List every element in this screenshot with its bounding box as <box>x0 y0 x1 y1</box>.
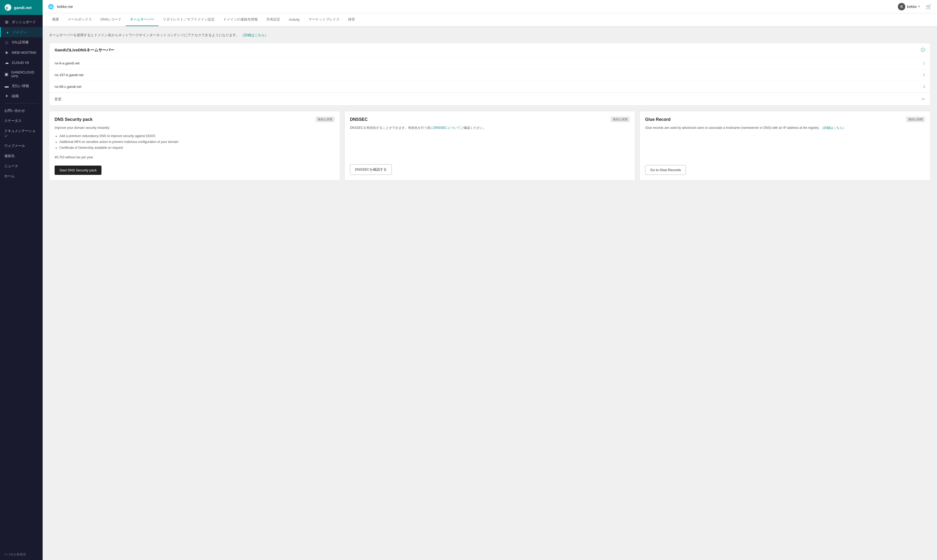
logo-text: gandi.net <box>14 5 32 10</box>
sidebar-item-status[interactable]: ステータス <box>0 116 43 126</box>
sidebar-item-dashboard[interactable]: ⊞ ダッシュボード <box>0 17 43 27</box>
dnssec-card: DNSSEC 無効な状態 DNSSECを有効化することができます。有効化を行う前… <box>344 111 635 180</box>
livedns-title: GandiのLiveDNSネームサーバー <box>55 48 114 53</box>
tab-mailbox[interactable]: メールボックス <box>63 13 96 26</box>
sidebar-item-web-hosting[interactable]: ◈ WEB HOSTING <box>0 48 43 57</box>
tab-marketplace[interactable]: マーケットプレイス <box>304 13 344 26</box>
sidebar-collapse-button[interactable]: < パネル非表示 <box>0 549 43 560</box>
tab-shared[interactable]: 共有設定 <box>262 13 284 26</box>
start-dns-security-button[interactable]: Start DNS Security pack <box>55 166 102 175</box>
org-icon: ✦ <box>4 94 9 98</box>
tab-activity[interactable]: Activity <box>284 14 304 26</box>
ssl-icon: □ <box>4 40 9 45</box>
tab-overview[interactable]: 概要 <box>48 13 63 26</box>
dns-security-card: DNS Security pack 無効な状態 Improve your dom… <box>49 111 340 180</box>
dns-security-price: ¥6,703 without tax per year <box>55 155 334 159</box>
nameserver-row-1: ns-8-a.gandi.net 1 <box>49 57 930 69</box>
livedns-card-footer: 変更 ✏ <box>49 92 930 105</box>
header-domain: kekke.me <box>57 5 73 9</box>
chevron-down-icon: ▾ <box>919 5 920 8</box>
domain-icon: ● <box>5 30 10 35</box>
sidebar-item-news[interactable]: ニュース <box>0 161 43 171</box>
edit-icon[interactable]: ✏ <box>922 97 925 102</box>
sidebar-item-payment[interactable]: ▬ 支払い情報 <box>0 81 43 91</box>
sidebar-item-contacts[interactable]: 連絡先 <box>0 151 43 161</box>
sidebar-item-ssl[interactable]: □ SSL証明書 <box>0 37 43 48</box>
dnssec-badge: 無効な状態 <box>611 117 630 122</box>
dns-security-badge: 無効な状態 <box>316 117 334 122</box>
dns-security-features: Add a premium redundancy DNS to improve … <box>55 134 334 151</box>
ns-name-1: ns-8-a.gandi.net <box>55 61 80 65</box>
sidebar-item-contact[interactable]: お問い合わせ <box>0 106 43 116</box>
dnssec-description: DNSSECを有効化することができます。有効化を行う前にDNSSEC についてご… <box>350 125 630 131</box>
go-to-glue-records-button[interactable]: Go to Glue Records <box>645 165 686 175</box>
globe-icon: 🌐 <box>48 4 54 9</box>
dns-security-title: DNS Security pack <box>55 117 92 122</box>
sidebar-label-contact: お問い合わせ <box>4 108 25 113</box>
dnssec-title: DNSSEC <box>350 117 368 122</box>
sidebar-nav: ⊞ ダッシュボード ● ドメイン □ SSL証明書 ◈ WEB HOSTING … <box>0 15 43 549</box>
dashboard-icon: ⊞ <box>4 20 9 25</box>
dnssec-header: DNSSEC 無効な状態 <box>350 117 630 122</box>
nameserver-row-3: ns-68-c.gandi.net 3 <box>49 81 930 92</box>
user-menu[interactable]: K kekke ▾ <box>898 3 920 11</box>
nameserver-row-2: ns-197-b.gandi.net 2 <box>49 69 930 81</box>
username: kekke <box>907 5 917 9</box>
sidebar-item-docs[interactable]: ドキュメンテーション <box>0 126 43 141</box>
glue-record-badge: 無効な状態 <box>906 117 925 122</box>
sidebar-label-dashboard: ダッシュボード <box>12 20 36 25</box>
sidebar-label-home: ホーム <box>4 174 15 178</box>
gandicloud-icon: ▣ <box>4 72 9 77</box>
ns-name-3: ns-68-c.gandi.net <box>55 85 81 89</box>
main-content: 🌐 kekke.me K kekke ▾ 🛒 概要 メールボックス DNSレコー… <box>43 0 937 560</box>
sidebar-collapse-label: < パネル非表示 <box>4 552 26 557</box>
sidebar-logo[interactable]: g gandi.net <box>0 0 43 15</box>
sidebar-label-cloud-v5: CLOUD V5 <box>12 61 29 65</box>
info-icon[interactable]: ⓘ <box>921 48 925 53</box>
dnssec-link[interactable]: DNSSEC について <box>434 126 461 129</box>
dns-security-header: DNS Security pack 無効な状態 <box>55 117 334 122</box>
tab-redirect[interactable]: リダイレクト／サブドメイン設定 <box>159 13 219 26</box>
livedns-card: GandiのLiveDNSネームサーバー ⓘ ns-8-a.gandi.net … <box>49 43 931 106</box>
tab-transfer[interactable]: 移管 <box>344 13 359 26</box>
tab-nameserver[interactable]: ネームサーバー <box>126 13 159 26</box>
dns-feature-2: Additional MFA on sensitive action to pr… <box>59 140 334 144</box>
sidebar-label-gandicloud: GANDICLOUD VPS <box>11 70 39 78</box>
tab-dns-records[interactable]: DNSレコード <box>96 13 126 26</box>
dns-security-description: Improve your domain security instantly: <box>55 125 334 131</box>
sidebar-label-domain: ドメイン <box>12 30 26 35</box>
sidebar-label-news: ニュース <box>4 164 18 168</box>
glue-record-link[interactable]: （詳細はこちら） <box>820 126 846 129</box>
sidebar-item-gandicloud[interactable]: ▣ GANDICLOUD VPS <box>0 68 43 81</box>
sidebar-item-webmail[interactable]: ウェブメール <box>0 141 43 151</box>
sidebar-label-org: 組織 <box>12 94 18 98</box>
sidebar-item-cloud-v5[interactable]: ☁ CLOUD V5 <box>0 57 43 68</box>
sidebar-label-ssl: SSL証明書 <box>12 40 29 45</box>
description-link[interactable]: （詳細はこちら） <box>240 33 268 37</box>
dns-feature-3: Certificate of Ownership available on re… <box>59 145 334 150</box>
feature-cards: DNS Security pack 無効な状態 Improve your dom… <box>49 111 931 180</box>
glue-record-title: Glue Record <box>645 117 670 122</box>
sidebar-label-payment: 支払い情報 <box>12 83 29 88</box>
sidebar-item-home[interactable]: ホーム <box>0 171 43 181</box>
ns-number-3: 3 <box>923 85 925 89</box>
page-content: ネームサーバーを使用するとドメイン名からネットワークやインターネットコンテンツに… <box>43 26 937 560</box>
dnssec-confirm-button[interactable]: DNSSECを確認する <box>350 164 392 175</box>
sidebar-label-contacts: 連絡先 <box>4 154 15 158</box>
sidebar-label-webmail: ウェブメール <box>4 143 25 148</box>
sidebar-item-domain[interactable]: ● ドメイン <box>0 27 43 37</box>
dns-feature-1: Add a premium redundancy DNS to improve … <box>59 134 334 138</box>
glue-record-card: Glue Record 無効な状態 Glue records are used … <box>640 111 931 180</box>
glue-record-header: Glue Record 無効な状態 <box>645 117 925 122</box>
sidebar-item-org[interactable]: ✦ 組織 <box>0 91 43 101</box>
glue-record-description: Glue records are used by advanced users … <box>645 125 925 131</box>
sidebar-label-web-hosting: WEB HOSTING <box>12 51 36 55</box>
ns-name-2: ns-197-b.gandi.net <box>55 73 83 77</box>
sidebar-label-docs: ドキュメンテーション <box>4 129 39 138</box>
payment-icon: ▬ <box>4 84 9 88</box>
sidebar-label-status: ステータス <box>4 118 22 123</box>
cart-icon[interactable]: 🛒 <box>926 4 932 9</box>
cloud-v5-icon: ☁ <box>4 60 9 65</box>
tab-contact-info[interactable]: ドメインの連絡先情報 <box>219 13 262 26</box>
header: 🌐 kekke.me K kekke ▾ 🛒 <box>43 0 937 13</box>
